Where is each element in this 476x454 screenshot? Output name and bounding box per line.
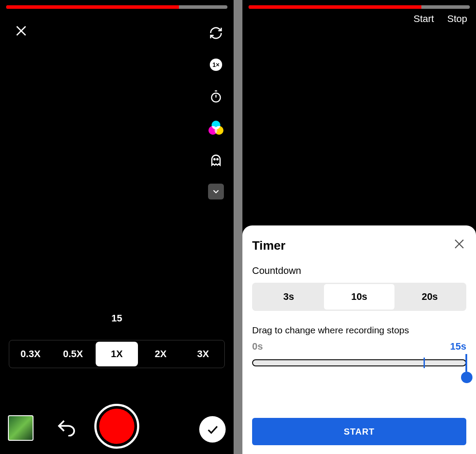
speed-0.3x[interactable]: 0.3X: [9, 340, 52, 368]
countdown-20s[interactable]: 20s: [394, 284, 465, 310]
range-labels: 0s 15s: [252, 341, 466, 352]
slider-handle[interactable]: [461, 372, 472, 383]
speed-0.5x[interactable]: 0.5X: [52, 340, 94, 368]
timer-pane: Start Stop Timer Countdown 3s 10s 20s Dr…: [242, 0, 476, 454]
check-icon: [205, 422, 219, 436]
recording-progress-fill: [6, 5, 179, 9]
flip-camera-icon: [209, 26, 223, 40]
undo-icon: [56, 419, 77, 436]
slider-handle-line: [465, 354, 467, 372]
drag-instruction: Drag to change where recording stops: [252, 325, 466, 336]
record-button[interactable]: [94, 404, 139, 449]
speed-badge: 1×: [210, 59, 222, 71]
countdown-segment: 3s 10s 20s: [252, 283, 466, 311]
sheet-close-button[interactable]: [453, 238, 465, 250]
countdown-label: Countdown: [252, 265, 466, 277]
close-icon: [453, 238, 465, 250]
start-stop-labels: Start Stop: [413, 13, 467, 25]
svg-point-5: [214, 159, 215, 160]
countdown-3s[interactable]: 3s: [253, 284, 324, 310]
speed-1x[interactable]: 1X: [96, 342, 138, 366]
remaining-counter: 15: [0, 313, 234, 324]
filters-icon: [208, 121, 223, 136]
svg-point-6: [217, 159, 218, 160]
slider-marker: [424, 358, 425, 368]
chevron-down-icon: [211, 187, 221, 196]
camera-tools: 1×: [206, 24, 226, 200]
timer-start-button[interactable]: START: [252, 418, 466, 445]
speed-picker: 0.3X 0.5X 1X 2X 3X: [9, 340, 225, 368]
speed-2x[interactable]: 2X: [139, 340, 182, 368]
gallery-thumbnail[interactable]: [8, 415, 33, 441]
sheet-title: Timer: [252, 239, 466, 253]
speed-button[interactable]: 1×: [207, 56, 225, 74]
timer-sheet: Timer Countdown 3s 10s 20s Drag to chang…: [242, 225, 476, 454]
record-icon: [99, 409, 134, 444]
close-icon: [15, 24, 28, 37]
speed-3x[interactable]: 3X: [182, 340, 224, 368]
ghost-icon: [209, 153, 223, 167]
timer-icon: [209, 90, 223, 103]
countdown-10s[interactable]: 10s: [324, 284, 394, 310]
recording-progress-fill: [249, 5, 421, 9]
stop-slider[interactable]: [252, 357, 466, 370]
more-tools-button[interactable]: [207, 183, 225, 200]
camera-pane: 1× 15 0.3X 0.5X 1X 2X 3X: [0, 0, 234, 454]
stop-label: Stop: [447, 13, 467, 25]
confirm-button[interactable]: [199, 416, 226, 443]
recording-progress: [6, 5, 227, 9]
filters-button[interactable]: [207, 119, 225, 137]
undo-button[interactable]: [56, 419, 78, 436]
effects-button[interactable]: [207, 151, 225, 169]
timer-button[interactable]: [207, 88, 225, 105]
slider-track: [252, 359, 466, 366]
recording-progress: [249, 5, 470, 9]
flip-camera-button[interactable]: [207, 24, 225, 42]
range-min: 0s: [252, 341, 263, 352]
range-max: 15s: [450, 341, 466, 352]
close-button[interactable]: [12, 22, 30, 40]
start-label: Start: [413, 13, 434, 25]
